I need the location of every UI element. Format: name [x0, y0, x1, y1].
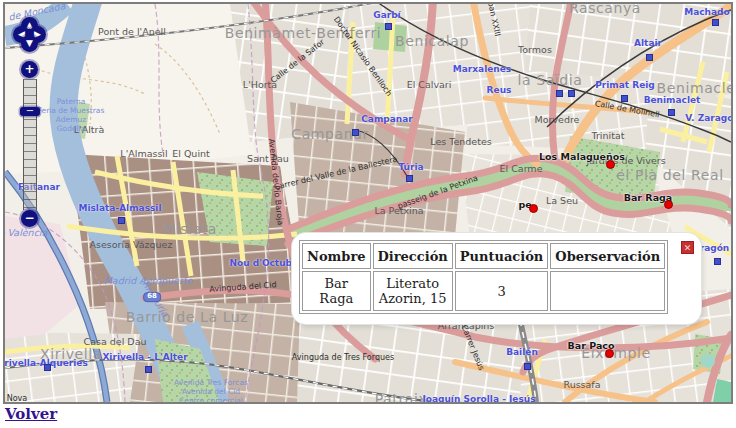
app-window: Benimàmet-BeniferriBenicalapRascanyala S…	[0, 0, 736, 428]
feature-table-row: Bar Raga Literato Azorin, 15 3	[302, 271, 665, 311]
feature-table-header-row: Nombre Dirección Puntuación Oberservació…	[302, 243, 665, 269]
pond	[701, 354, 715, 368]
zoom-in-button[interactable]: +	[21, 61, 38, 78]
zoom-slider-track[interactable]: −	[23, 79, 37, 210]
pe-marker[interactable]	[529, 204, 538, 213]
col-observacion: Oberservación	[550, 243, 665, 269]
bar-paco-marker[interactable]	[605, 349, 614, 358]
bar-raga-marker[interactable]	[664, 200, 673, 209]
feature-table: Nombre Dirección Puntuación Oberservació…	[299, 240, 668, 314]
popup-close-button[interactable]: ✕	[681, 241, 694, 254]
cell-observacion	[550, 271, 665, 311]
volver-link[interactable]: Volver	[5, 405, 57, 423]
feature-popup: Nombre Dirección Puntuación Oberservació…	[292, 233, 701, 324]
pan-down-button[interactable]: ▼	[21, 35, 38, 52]
col-puntuacion: Puntuación	[455, 243, 549, 269]
cell-direccion: Literato Azorin, 15	[373, 271, 453, 311]
zoom-out-button[interactable]: −	[21, 210, 38, 227]
cell-nombre: Bar Raga	[302, 271, 371, 311]
map-tiles	[5, 4, 731, 402]
cell-puntuacion: 3	[455, 271, 549, 311]
los-malaguenos-marker[interactable]	[606, 160, 615, 169]
map-viewport[interactable]: Benimàmet-BeniferriBenicalapRascanyala S…	[3, 2, 733, 404]
col-nombre: Nombre	[302, 243, 371, 269]
col-direccion: Dirección	[373, 243, 453, 269]
zoom-slider-handle[interactable]: −	[20, 107, 40, 116]
